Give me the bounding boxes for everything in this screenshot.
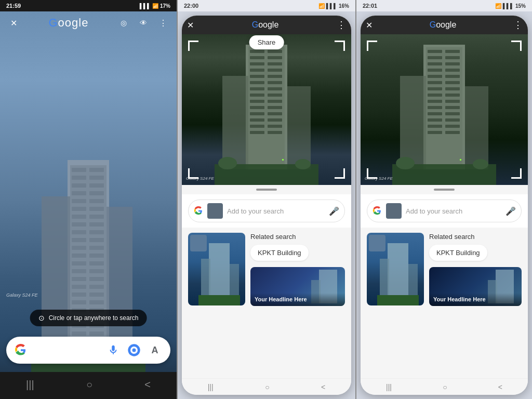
- nav-back-2[interactable]: <: [321, 383, 325, 391]
- svg-rect-49: [107, 207, 132, 357]
- eye-icon-1[interactable]: 👁: [136, 16, 151, 30]
- svg-rect-20: [72, 238, 86, 242]
- svg-rect-71: [268, 75, 282, 78]
- nav-bar-3: ||| ○ <: [361, 378, 528, 395]
- svg-rect-26: [72, 261, 86, 265]
- photo-watermark-2: Galaxy S24 FE: [186, 176, 214, 181]
- svg-rect-79: [268, 100, 282, 103]
- nav-back-3[interactable]: <: [498, 383, 502, 391]
- google-search-bar-2[interactable]: Add to your search 🎤: [188, 200, 345, 222]
- search-text-2: Add to your search: [227, 207, 325, 215]
- status-bar-2: 22:00 📶 ▌▌▌ 16%: [178, 0, 355, 11]
- svg-rect-98: [230, 264, 239, 300]
- svg-point-94: [295, 159, 311, 169]
- svg-rect-66: [250, 62, 264, 65]
- svg-rect-133: [465, 86, 488, 169]
- watermark-1: Galaxy S24 FE: [6, 292, 38, 298]
- nav-home-3[interactable]: ○: [443, 383, 447, 391]
- svg-rect-73: [268, 81, 282, 84]
- related-main-img-2: [188, 233, 245, 305]
- status-icons-1: ▌▌▌ 📶 17%: [140, 3, 170, 9]
- headline-text-overlay-3: Your Headline Here: [429, 293, 522, 306]
- mic-icon-3[interactable]: 🎤: [506, 206, 516, 216]
- svg-rect-76: [250, 94, 264, 97]
- headline-card-2[interactable]: Your Headline Here: [250, 267, 345, 306]
- svg-rect-108: [428, 62, 442, 65]
- camera-icon-1[interactable]: ◎: [116, 16, 131, 30]
- bracket-tr-2: [335, 41, 345, 51]
- search-text-3: Add to your search: [406, 207, 501, 215]
- share-bubble[interactable]: Share: [249, 35, 284, 49]
- status-bar-3: 22:01 📶 ▌▌▌ 15%: [356, 0, 532, 11]
- svg-rect-90: [222, 76, 248, 169]
- svg-rect-125: [445, 112, 460, 115]
- panel-2: 22:00 📶 ▌▌▌ 16% ✕ Google ⋮ Share: [178, 0, 355, 399]
- headline-card-3[interactable]: Your Headline Here: [429, 267, 522, 306]
- nav-recent-2[interactable]: |||: [208, 383, 214, 391]
- bracket-br-3: [511, 168, 522, 179]
- related-main-img-3: [367, 233, 424, 305]
- mic-icon-2[interactable]: 🎤: [329, 206, 339, 216]
- lens-button[interactable]: [127, 343, 141, 357]
- related-label-3: Related search: [429, 233, 522, 241]
- status-bar-1: 21:59 ▌▌▌ 📶 17%: [0, 0, 177, 11]
- svg-rect-19: [89, 230, 104, 234]
- bracket-tr-3: [511, 41, 522, 51]
- nav-home-2[interactable]: ○: [265, 383, 269, 391]
- svg-rect-123: [445, 106, 460, 109]
- close-button-2[interactable]: ✕: [187, 20, 194, 30]
- svg-rect-10: [72, 199, 86, 203]
- svg-rect-139: [380, 259, 389, 300]
- nav-back-1[interactable]: <: [144, 379, 151, 391]
- close-button-3[interactable]: ✕: [366, 20, 373, 30]
- google-logo-1: Google: [48, 16, 88, 30]
- phone-screen-3: ✕ Google ⋮: [361, 16, 528, 395]
- svg-rect-70: [250, 75, 264, 78]
- nav-recent-1[interactable]: |||: [26, 379, 34, 391]
- google-g-icon: [15, 344, 27, 356]
- translate-button[interactable]: A: [148, 343, 162, 357]
- bracket-tl-3: [367, 41, 377, 51]
- svg-rect-30: [72, 277, 86, 281]
- home-pill-2: [256, 189, 277, 191]
- svg-rect-113: [445, 75, 460, 78]
- svg-rect-88: [250, 131, 264, 134]
- mini-top-bar-2: ✕ Google ⋮: [182, 16, 351, 34]
- svg-rect-33: [89, 285, 104, 289]
- svg-rect-106: [428, 56, 442, 59]
- more-button-3[interactable]: ⋮: [513, 19, 523, 31]
- back-button-1[interactable]: ✕: [6, 16, 21, 30]
- svg-point-136: [473, 159, 488, 169]
- more-button-2[interactable]: ⋮: [337, 19, 346, 31]
- nav-home-1[interactable]: ○: [86, 379, 92, 391]
- top-bar-1: ✕ Google ◎ 👁 ⋮: [0, 11, 177, 34]
- panel-3: 22:01 📶 ▌▌▌ 15% ✕ Google ⋮: [356, 0, 532, 399]
- nav-bar-2: ||| ○ <: [182, 378, 351, 395]
- svg-rect-131: [445, 131, 460, 134]
- search-hint: ⊙ Circle or tap anywhere to search: [30, 310, 147, 326]
- svg-rect-97: [201, 259, 210, 300]
- svg-rect-2: [72, 168, 86, 172]
- google-search-bar-3[interactable]: Add to your search 🎤: [367, 200, 522, 222]
- mic-button-1[interactable]: [106, 343, 121, 357]
- svg-rect-15: [89, 215, 104, 219]
- google-logo-2: Google: [252, 20, 279, 30]
- more-icon-1[interactable]: ⋮: [156, 16, 170, 30]
- svg-rect-81: [268, 106, 282, 109]
- svg-point-59: [132, 349, 136, 352]
- svg-rect-78: [250, 100, 264, 103]
- svg-rect-23: [89, 246, 104, 250]
- search-thumb-mini-2: [207, 203, 223, 219]
- svg-rect-87: [268, 125, 282, 128]
- svg-rect-35: [89, 292, 104, 297]
- related-chip-2[interactable]: KPKT Building: [250, 245, 309, 261]
- nav-recent-3[interactable]: |||: [386, 383, 392, 391]
- status-time-2: 22:00: [184, 3, 198, 9]
- svg-rect-107: [445, 56, 460, 59]
- related-search-col-3: Related search KPKT Building Your Headli…: [429, 233, 522, 306]
- svg-rect-116: [428, 87, 442, 90]
- related-chip-3[interactable]: KPKT Building: [429, 245, 487, 261]
- svg-rect-137: [460, 159, 461, 161]
- svg-rect-117: [445, 87, 460, 90]
- svg-rect-27: [89, 261, 104, 265]
